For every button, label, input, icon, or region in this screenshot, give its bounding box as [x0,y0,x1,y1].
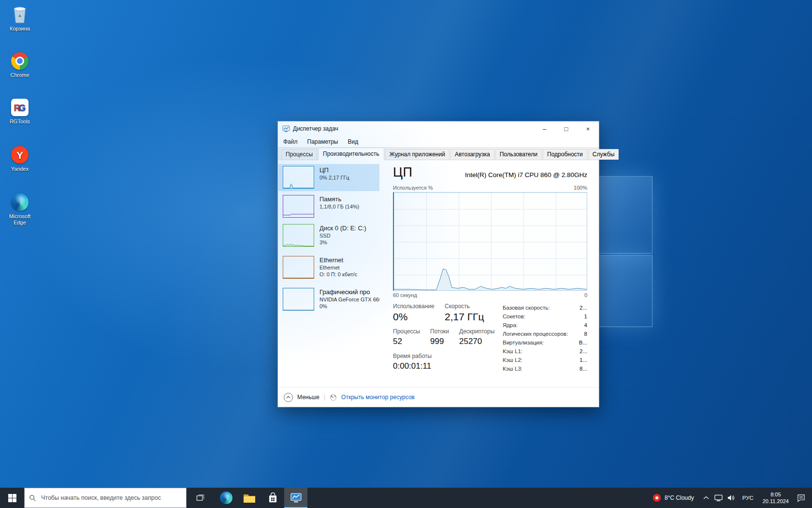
tab-users[interactable]: Пользователи [495,149,542,160]
stat-processes-value: 52 [393,337,420,346]
language-indicator[interactable]: РУС [738,495,758,501]
store-bag-icon [268,493,278,504]
task-manager-footer: Меньше | Открыть монитор ресурсов [278,387,599,407]
sidebar-item-cpu[interactable]: ЦП 0% 2,17 ГГц [278,164,379,191]
tab-services[interactable]: Службы [588,149,619,160]
tab-app-history[interactable]: Журнал приложений [385,149,450,160]
detail-row: Сокетов: 1 [503,314,587,322]
titlebar[interactable]: Диспетчер задач – □ × [278,121,599,136]
edge-icon [11,194,29,211]
stat-handles-label: Дескрипторы [459,328,494,335]
search-input[interactable] [40,494,182,502]
tab-startup[interactable]: Автозагрузка [450,149,494,160]
cpu-heading: ЦП [393,165,412,180]
detail-row: Ядра: 4 [503,322,587,331]
sidebar-item-title: Память [319,195,359,203]
task-manager-app-icon [282,125,290,133]
rgtools-icon: RG [11,99,29,116]
taskbar-edge-button[interactable] [215,488,238,508]
fewer-details-button[interactable]: Меньше [297,394,319,401]
memory-thumbnail-graph [283,195,314,218]
yandex-icon: Y [11,146,29,164]
sidebar-item-disk0[interactable]: Диск 0 (D: E: C:) SSD 3% [278,222,379,253]
resource-monitor-icon [330,394,337,401]
sidebar-item-title: Графический про [319,288,379,296]
menu-file[interactable]: Файл [283,138,298,145]
close-button[interactable]: × [577,121,599,136]
desktop-icon-rgtools[interactable]: RG RGTools [3,98,37,125]
taskbar-task-manager-button[interactable] [284,488,307,508]
maximize-button[interactable]: □ [555,121,577,136]
tab-processes[interactable]: Процессы [281,149,317,160]
stat-usage-label: Использование [393,303,435,310]
detail-row: Базовая скорость: 2... [503,305,587,314]
windows-logo-icon [8,494,16,502]
clock[interactable]: 8:05 20.11.2024 [758,491,793,505]
network-tray-icon[interactable] [712,488,725,508]
detail-row: Логических процессоров: 8 [503,331,587,340]
taskbar-file-explorer-button[interactable] [238,488,261,508]
desktop-icon-chrome[interactable]: Chrome [3,51,37,78]
menu-view[interactable]: Вид [348,138,358,145]
sidebar-item-memory[interactable]: Память 1,1/8,0 ГБ (14%) [278,193,379,220]
performance-content: ЦП 0% 2,17 ГГц Память 1,1/8,0 ГБ (14%) Д… [278,160,599,407]
wallpaper-window-logo-pane-top [594,176,652,254]
sidebar-item-title: Ethernet [319,256,357,264]
detail-row: Кэш L2: 1... [503,357,587,366]
taskbar-store-button[interactable] [261,488,284,508]
volume-tray-icon[interactable] [725,488,738,508]
tab-performance[interactable]: Производительность [318,148,384,160]
stat-uptime-value: 0:00:01:11 [393,361,432,371]
task-manager-icon [290,493,302,503]
desktop-icon-label: Yandex [3,166,37,172]
sidebar-item-gpu[interactable]: Графический про NVIDIA GeForce GTX 660 0… [278,286,379,317]
chevron-up-icon[interactable] [284,393,293,402]
gpu-thumbnail-graph [283,288,314,311]
stat-usage-value: 0% [393,311,435,323]
desktop-icon-label: RGTools [3,119,37,125]
weather-alert-icon [653,494,661,502]
search-icon [29,494,36,502]
sidebar-item-ethernet[interactable]: Ethernet Ethernet О: 0 П: 0 кбит/с [278,254,379,285]
detail-row: Кэш L3: 8... [503,366,587,374]
task-manager-window: Диспетчер задач – □ × Файл Параметры Вид… [277,121,599,407]
cpu-usage-graph[interactable] [393,192,587,291]
sidebar-item-stat: 1,1/8,0 ГБ (14%) [319,203,359,210]
stat-threads-label: Потоки [430,328,449,335]
desktop-icon-microsoft-edge[interactable]: Microsoft Edge [3,193,37,226]
start-button[interactable] [0,488,24,508]
graph-ymax-label: 100% [574,185,587,191]
folder-icon [243,493,256,503]
sidebar-item-stat2: О: 0 П: 0 кбит/с [319,271,357,278]
action-center-icon [797,494,805,502]
graph-ylabel: Используется % [393,185,433,191]
chrome-icon [11,52,29,70]
wallpaper-window-logo-pane-bottom [596,255,652,327]
show-hidden-icons-button[interactable] [700,488,712,508]
tabstrip: Процессы Производительность Журнал прило… [278,147,599,160]
minimize-button[interactable]: – [534,121,555,136]
desktop-icon-yandex[interactable]: Y Yandex [3,145,37,172]
sidebar-item-title: ЦП [319,166,349,174]
menu-options[interactable]: Параметры [307,138,338,145]
open-resource-monitor-link[interactable]: Открыть монитор ресурсов [341,394,415,401]
performance-sidebar: ЦП 0% 2,17 ГГц Память 1,1/8,0 ГБ (14%) Д… [278,160,380,388]
taskbar-search-box[interactable] [24,488,187,508]
recycle-bin-icon [10,5,29,24]
stat-handles-value: 25270 [459,337,494,346]
taskbar-weather-widget[interactable]: 8°C Cloudy [647,494,700,502]
sidebar-item-stat: Ethernet [319,264,357,271]
desktop-icon-recycle-bin[interactable]: Корзина [3,5,37,32]
system-tray: 8°C Cloudy РУС 8:05 20.11.2024 [647,488,812,508]
taskbar-empty-area [307,488,647,508]
tab-details[interactable]: Подробности [543,149,587,160]
task-view-button[interactable] [188,488,212,508]
stat-speed-value: 2,17 ГГц [445,311,484,323]
graph-xlabel-left: 60 секунд [393,292,417,298]
sidebar-item-stat: 0% 2,17 ГГц [319,174,349,181]
disk-thumbnail-graph [283,224,314,247]
desktop-icon-label: Корзина [3,26,37,32]
action-center-button[interactable] [793,488,809,508]
detail-row: Виртуализация: В... [503,340,587,348]
stat-threads-value: 999 [430,337,449,346]
